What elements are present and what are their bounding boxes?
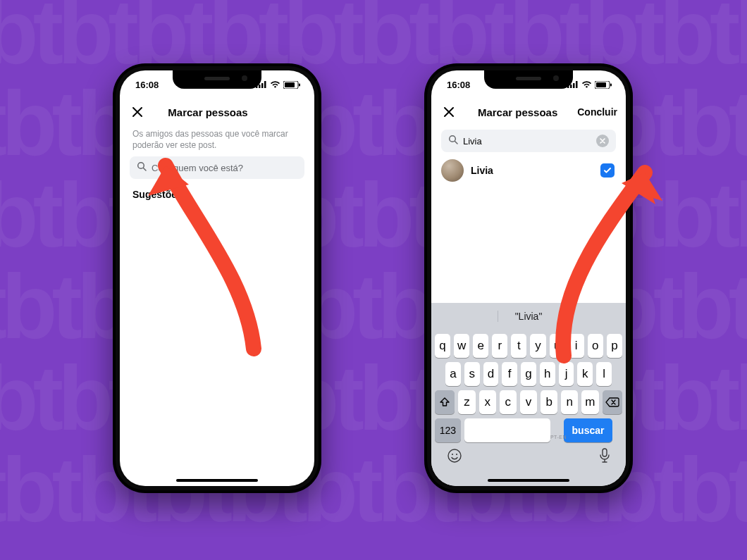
svg-point-19 xyxy=(452,454,453,455)
key-r[interactable]: r xyxy=(492,334,507,358)
backspace-key[interactable] xyxy=(603,390,622,414)
nav-bar: Marcar pessoas xyxy=(120,99,314,125)
keyboard-row-4: 123 PT-EN buscar xyxy=(431,418,626,442)
close-icon xyxy=(600,138,605,144)
key-p[interactable]: p xyxy=(607,334,622,358)
key-t[interactable]: t xyxy=(511,334,526,358)
check-icon xyxy=(603,166,612,175)
microphone-icon xyxy=(599,448,610,463)
key-w[interactable]: w xyxy=(454,334,469,358)
backspace-icon xyxy=(605,397,619,407)
svg-rect-15 xyxy=(610,83,612,86)
close-button[interactable] xyxy=(440,106,458,118)
keyboard-search-key[interactable]: buscar xyxy=(564,418,612,442)
battery-icon xyxy=(283,81,300,89)
svg-line-8 xyxy=(144,168,147,171)
svg-line-17 xyxy=(455,142,458,144)
emoji-icon xyxy=(447,448,462,463)
keyboard-row-2: asdfghjkl xyxy=(431,362,626,386)
svg-point-18 xyxy=(448,449,461,462)
keyboard-suggestion-bar: "Livia" xyxy=(431,303,626,330)
keyboard-row-3: zxcvbnm xyxy=(431,390,626,414)
key-f[interactable]: f xyxy=(502,362,517,386)
svg-rect-2 xyxy=(261,83,264,88)
virtual-keyboard: "Livia" qwertyuiop asdfghjkl zxcvbnm 123 xyxy=(431,303,626,486)
result-name: Livia xyxy=(471,165,593,176)
device-notch xyxy=(484,70,573,89)
key-y[interactable]: y xyxy=(530,334,545,358)
avatar xyxy=(441,159,464,182)
key-e[interactable]: e xyxy=(473,334,488,358)
svg-rect-11 xyxy=(573,83,575,88)
shift-icon xyxy=(439,397,450,407)
spacebar-lang-hint: PT-EN xyxy=(550,435,567,440)
key-m[interactable]: m xyxy=(581,390,598,414)
battery-icon xyxy=(595,81,612,89)
key-j[interactable]: j xyxy=(559,362,574,386)
svg-rect-21 xyxy=(603,449,607,456)
clear-search-button[interactable] xyxy=(596,135,609,147)
search-placeholder: Com quem você está? xyxy=(152,163,243,173)
svg-rect-5 xyxy=(285,82,295,87)
key-g[interactable]: g xyxy=(521,362,536,386)
key-u[interactable]: u xyxy=(550,334,565,358)
wifi-icon xyxy=(270,81,280,88)
key-x[interactable]: x xyxy=(479,390,496,414)
page-title: Marcar pessoas xyxy=(458,106,577,118)
svg-rect-10 xyxy=(570,85,572,88)
numbers-key[interactable]: 123 xyxy=(435,418,461,442)
key-s[interactable]: s xyxy=(464,362,480,386)
key-v[interactable]: v xyxy=(520,390,537,414)
close-icon xyxy=(132,106,143,118)
status-time: 16:08 xyxy=(135,80,159,90)
key-q[interactable]: q xyxy=(435,334,450,358)
svg-rect-1 xyxy=(259,85,261,88)
search-value: Livia xyxy=(463,136,482,147)
key-z[interactable]: z xyxy=(458,390,475,414)
key-d[interactable]: d xyxy=(483,362,499,386)
privacy-note: Os amigos das pessoas que você marcar po… xyxy=(120,125,314,156)
keyboard-suggestion[interactable]: "Livia" xyxy=(498,311,560,322)
phone-left: 16:08 Marcar pessoas xyxy=(113,63,321,493)
emoji-key[interactable] xyxy=(447,448,462,466)
phone-right: 16:08 Marcar pessoas xyxy=(424,63,633,493)
svg-rect-14 xyxy=(596,82,606,87)
svg-rect-12 xyxy=(576,81,578,88)
svg-rect-6 xyxy=(299,83,300,86)
key-h[interactable]: h xyxy=(540,362,555,386)
close-button[interactable] xyxy=(128,106,147,118)
shift-key[interactable] xyxy=(435,390,455,414)
device-notch xyxy=(173,70,261,89)
home-indicator xyxy=(488,479,569,482)
selected-checkbox[interactable] xyxy=(600,163,615,178)
search-field[interactable]: Com quem você está? xyxy=(130,156,304,179)
key-n[interactable]: n xyxy=(561,390,578,414)
page-title: Marcar pessoas xyxy=(147,106,269,118)
wifi-icon xyxy=(581,81,592,88)
key-a[interactable]: a xyxy=(445,362,461,386)
svg-rect-3 xyxy=(264,81,266,88)
key-i[interactable]: i xyxy=(569,334,584,358)
search-icon xyxy=(137,161,147,174)
key-o[interactable]: o xyxy=(588,334,603,358)
key-c[interactable]: c xyxy=(500,390,517,414)
dictation-key[interactable] xyxy=(599,448,610,466)
spacebar-key[interactable] xyxy=(464,418,550,442)
home-indicator xyxy=(176,479,258,482)
search-icon xyxy=(448,135,458,147)
key-l[interactable]: l xyxy=(596,362,612,386)
done-button[interactable]: Concluir xyxy=(577,106,617,118)
close-icon xyxy=(443,106,455,118)
nav-bar: Marcar pessoas Concluir xyxy=(431,99,626,125)
section-suggestions: Sugestões xyxy=(132,189,302,200)
svg-point-20 xyxy=(456,454,457,455)
search-field[interactable]: Livia xyxy=(441,130,616,152)
keyboard-row-1: qwertyuiop xyxy=(431,334,626,358)
key-b[interactable]: b xyxy=(541,390,557,414)
search-result-row[interactable]: Livia xyxy=(431,152,626,189)
status-time: 16:08 xyxy=(447,80,470,90)
key-k[interactable]: k xyxy=(577,362,593,386)
